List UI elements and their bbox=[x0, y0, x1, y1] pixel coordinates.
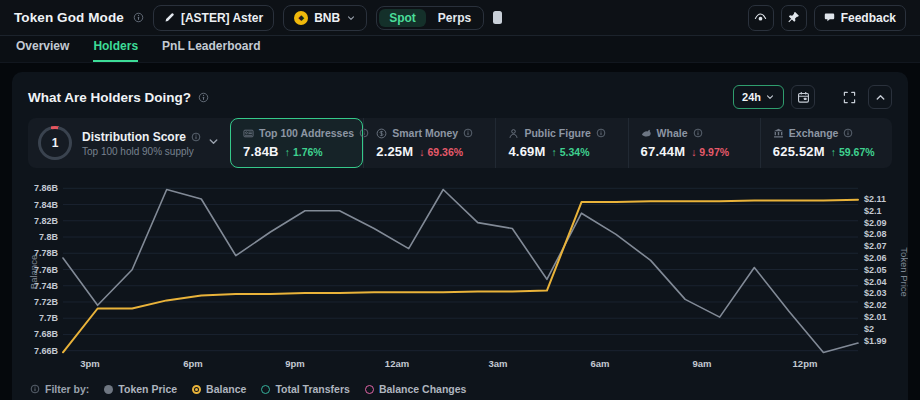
filter-balance-changes[interactable]: Balance Changes bbox=[365, 383, 467, 395]
left-axis-tick: 7.8B bbox=[39, 232, 59, 242]
right-axis-tick: $2.04 bbox=[864, 277, 887, 287]
person-icon bbox=[508, 128, 519, 139]
right-axis-tick: $2.02 bbox=[864, 300, 887, 310]
token-price-dot-icon bbox=[104, 385, 113, 394]
info-icon[interactable] bbox=[843, 128, 853, 138]
stat-change: ↑ 59.67% bbox=[831, 146, 875, 158]
stat-change: ↓ 69.36% bbox=[419, 146, 463, 158]
id-card-icon bbox=[243, 128, 254, 139]
chain-selector[interactable]: ◆ BNB bbox=[283, 5, 367, 31]
coin-icon bbox=[376, 128, 387, 139]
stat-card-top-100-addresses[interactable]: Top 100 Addresses 7.84B ↑ 1.76% bbox=[230, 118, 363, 168]
panel-title: What Are Holders Doing? bbox=[28, 90, 191, 105]
pencil-icon bbox=[164, 12, 175, 23]
left-axis-tick: 7.72B bbox=[34, 297, 59, 307]
token-god-mode-page: Token God Mode [ASTER] Aster ◆ BNB Spot … bbox=[0, 0, 920, 400]
x-axis-tick: 9pm bbox=[285, 358, 305, 369]
right-axis-tick: $2.08 bbox=[864, 229, 887, 239]
tab-overview[interactable]: Overview bbox=[16, 39, 69, 62]
stat-card-public-figure[interactable]: Public Figure 4.69M ↑ 5.34% bbox=[495, 118, 627, 168]
info-icon[interactable] bbox=[463, 128, 473, 138]
distribution-score-gauge: 1 bbox=[38, 126, 72, 160]
x-axis-tick: 12am bbox=[385, 358, 409, 369]
right-axis-tick: $2.07 bbox=[864, 241, 887, 251]
mobile-device-icon[interactable] bbox=[493, 11, 502, 24]
right-axis-tick: $1.99 bbox=[864, 336, 887, 346]
page-title: Token God Mode bbox=[14, 10, 124, 25]
info-icon[interactable] bbox=[133, 12, 144, 23]
stat-value: 625.52M bbox=[773, 144, 825, 159]
calendar-button[interactable] bbox=[791, 85, 815, 109]
stat-change: ↑ 1.76% bbox=[285, 146, 323, 158]
stat-label: Public Figure bbox=[524, 127, 591, 139]
stat-card-exchange[interactable]: Exchange 625.52M ↑ 59.67% bbox=[760, 118, 892, 168]
topbar: Token God Mode [ASTER] Aster ◆ BNB Spot … bbox=[0, 0, 920, 36]
stat-card-smart-money[interactable]: Smart Money 2.25M ↓ 69.36% bbox=[363, 118, 495, 168]
collapse-button[interactable] bbox=[868, 85, 892, 109]
info-icon[interactable] bbox=[693, 128, 703, 138]
info-icon[interactable] bbox=[198, 92, 209, 103]
tab-pnl-leaderboard[interactable]: PnL Leaderboard bbox=[162, 39, 260, 62]
chevron-down-icon bbox=[346, 13, 356, 23]
x-axis-tick: 3am bbox=[488, 358, 507, 369]
x-axis-tick: 3pm bbox=[80, 358, 100, 369]
stat-label: Whale bbox=[657, 127, 688, 139]
stat-value: 7.84B bbox=[243, 144, 279, 159]
perps-tab[interactable]: Perps bbox=[428, 9, 481, 27]
stat-value: 4.69M bbox=[508, 144, 545, 159]
timeframe-select[interactable]: 24h bbox=[733, 85, 784, 109]
left-axis-tick: 7.66B bbox=[34, 346, 59, 356]
distribution-score-card[interactable]: 1 Distribution Score Top 100 hold 90% su… bbox=[28, 118, 230, 168]
token-selector-label: [ASTER] Aster bbox=[181, 11, 263, 25]
stat-change: ↓ 9.97% bbox=[691, 146, 729, 158]
panel-header: What Are Holders Doing? 24h bbox=[12, 72, 908, 118]
right-axis-tick: $2.09 bbox=[864, 218, 887, 228]
left-axis-tick: 7.68B bbox=[34, 329, 59, 339]
x-axis-tick: 9am bbox=[692, 358, 711, 369]
filter-token-price[interactable]: Token Price bbox=[104, 383, 177, 395]
balance-line bbox=[63, 200, 858, 353]
info-icon[interactable] bbox=[191, 132, 201, 142]
total-transfers-radio-icon bbox=[261, 385, 270, 394]
stat-value: 2.25M bbox=[376, 144, 413, 159]
watch-eye-button[interactable] bbox=[748, 5, 774, 31]
right-axis-tick: $2.1 bbox=[864, 206, 882, 216]
info-icon[interactable] bbox=[30, 384, 40, 394]
right-axis-tick: $2 bbox=[864, 324, 874, 334]
feedback-button[interactable]: Feedback bbox=[814, 5, 906, 31]
x-axis-tick: 6pm bbox=[183, 358, 203, 369]
market-mode-switch: Spot Perps bbox=[376, 6, 484, 30]
pin-button[interactable] bbox=[781, 5, 807, 31]
chevron-down-icon bbox=[765, 92, 775, 102]
feedback-label: Feedback bbox=[841, 11, 896, 25]
info-icon[interactable] bbox=[596, 128, 606, 138]
stat-card-whale[interactable]: Whale 67.44M ↓ 9.97% bbox=[628, 118, 760, 168]
chevron-down-icon[interactable] bbox=[207, 134, 220, 152]
right-axis-tick: $2.01 bbox=[864, 312, 887, 322]
timeframe-value: 24h bbox=[742, 91, 761, 103]
right-axis-tick: $2.05 bbox=[864, 265, 887, 275]
chat-bubble-icon bbox=[824, 12, 835, 23]
spot-tab[interactable]: Spot bbox=[379, 9, 426, 27]
left-axis-tick: 7.7B bbox=[39, 313, 59, 323]
left-axis-title: Balance bbox=[28, 255, 39, 289]
chain-label: BNB bbox=[314, 11, 340, 25]
fullscreen-button[interactable] bbox=[837, 85, 861, 109]
balance-changes-radio-icon bbox=[365, 385, 374, 394]
bnb-coin-icon: ◆ bbox=[294, 11, 308, 25]
stat-label: Smart Money bbox=[392, 127, 458, 139]
tab-holders[interactable]: Holders bbox=[93, 39, 138, 62]
stat-change: ↑ 5.34% bbox=[552, 146, 590, 158]
left-axis-tick: 7.86B bbox=[34, 183, 59, 193]
holders-panel: What Are Holders Doing? 24h 1 Di bbox=[12, 72, 908, 400]
stat-label: Exchange bbox=[789, 127, 839, 139]
filter-balance[interactable]: Balance bbox=[192, 383, 246, 395]
stat-value: 67.44M bbox=[641, 144, 686, 159]
distribution-score-label: Distribution Score bbox=[82, 130, 186, 144]
filter-total-transfers[interactable]: Total Transfers bbox=[261, 383, 350, 395]
chart-filter-row: Filter by: Token Price Balance Total Tra… bbox=[30, 380, 466, 398]
token-selector[interactable]: [ASTER] Aster bbox=[153, 5, 274, 31]
holders-activity-chart[interactable]: 7.86B7.84B7.82B7.8B7.78B7.76B7.74B7.72B7… bbox=[12, 176, 908, 382]
left-axis-tick: 7.82B bbox=[34, 216, 59, 226]
right-axis-tick: $2.11 bbox=[864, 194, 886, 204]
